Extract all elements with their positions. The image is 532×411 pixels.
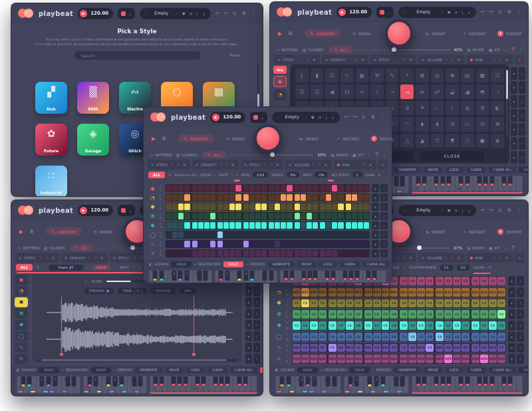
piano-key-black[interactable] xyxy=(153,376,158,386)
sound-icon-cell[interactable]: ▤ xyxy=(461,68,474,82)
save-icon[interactable]: ⇣ xyxy=(467,208,471,213)
piano-key-black[interactable] xyxy=(286,376,291,386)
sound-icon-cell[interactable]: ⊘ xyxy=(446,117,459,131)
record-icon[interactable]: ◎ xyxy=(498,207,502,213)
mute-button[interactable]: ◉ xyxy=(508,321,515,331)
remixes-section-label[interactable]: ⌕ REMIXES xyxy=(246,262,265,267)
clear-scale-button[interactable]: CLEAR xyxy=(473,265,484,269)
pitch-cell[interactable]: C3 xyxy=(390,321,398,330)
main-generate-button[interactable] xyxy=(385,19,413,47)
pitch-cell[interactable]: C3 xyxy=(453,277,461,285)
step-cell[interactable] xyxy=(269,241,274,247)
pitch-cell[interactable]: D#1 xyxy=(346,288,354,297)
pitch-cell[interactable]: C3 xyxy=(337,310,345,319)
mute-button[interactable]: ◉ xyxy=(372,240,379,248)
step-cell[interactable] xyxy=(204,250,209,257)
piano-key-black[interactable] xyxy=(489,176,494,186)
solo-button[interactable]: ∥ xyxy=(517,287,524,297)
piano-key-black[interactable]: 7 xyxy=(53,376,57,386)
pitch-cell[interactable]: G#2 xyxy=(337,354,345,363)
step-cell[interactable] xyxy=(223,222,229,229)
sound-icon-cell[interactable]: ◓ xyxy=(476,84,489,98)
step-cell[interactable] xyxy=(346,241,351,247)
piano-key-black[interactable] xyxy=(132,376,136,386)
save-icon[interactable]: ⇣ xyxy=(467,10,471,15)
step-cell[interactable] xyxy=(332,250,337,257)
step-cell[interactable] xyxy=(223,250,229,257)
pitch-cell[interactable]: G2 xyxy=(390,344,398,352)
mute-button[interactable]: ◉ xyxy=(508,299,515,309)
sound-icon-cell[interactable]: ✎ xyxy=(386,68,399,82)
step-cell[interactable] xyxy=(281,231,286,238)
piano-key-black[interactable] xyxy=(307,271,312,280)
pitch-cell[interactable]: C3 xyxy=(489,310,497,319)
piano-key-black[interactable] xyxy=(459,376,464,386)
pitch-cell[interactable]: C3 xyxy=(310,299,318,308)
sound-icon-cell[interactable]: ◗ xyxy=(416,117,429,131)
pitch-cell[interactable]: C3 xyxy=(471,299,479,308)
pitch-cell[interactable]: C3 xyxy=(390,333,398,341)
pitch-cell[interactable]: C3 xyxy=(444,299,452,308)
piano-key-black[interactable] xyxy=(250,271,255,281)
pitch-cell[interactable]: C3 xyxy=(471,310,479,319)
step-cell[interactable] xyxy=(243,231,249,238)
sounds-section-label[interactable]: ◧ SOUNDS xyxy=(275,368,295,372)
piano-key-black[interactable] xyxy=(348,376,352,386)
piano-key-black[interactable] xyxy=(477,376,482,386)
step-cell[interactable] xyxy=(307,231,312,238)
generate-button[interactable]: GENERATE xyxy=(394,367,420,373)
hold-remixes-button[interactable]: HOLD xyxy=(519,167,529,173)
track-icon[interactable]: ∿ xyxy=(148,240,158,248)
glide-icon[interactable]: ∿ xyxy=(515,55,524,65)
solo-button[interactable]: ∥ xyxy=(253,331,260,341)
pitch-cell[interactable]: G3 xyxy=(408,344,416,352)
next-preset-icon[interactable]: › xyxy=(442,10,443,15)
sequencers-section-label[interactable]: ⌁ SEQUENCERS xyxy=(194,262,221,266)
pitch-cell[interactable]: C3 xyxy=(497,310,505,319)
knob-panel-steps[interactable]: STEPS✎ ⟳ ● xyxy=(15,253,59,263)
step-cell[interactable] xyxy=(326,204,331,210)
knob-panel-volume[interactable]: VOLUME✎ ⟳ ● xyxy=(285,160,331,170)
mute-button[interactable]: ◉ xyxy=(508,309,515,319)
cycle-icon[interactable]: ⟲ xyxy=(378,173,380,177)
instant-button[interactable]: ⚡ INSTANT xyxy=(457,227,491,235)
step-cell[interactable] xyxy=(346,231,351,238)
piano-key-black[interactable]: 4 xyxy=(112,376,117,386)
piano-key-black[interactable] xyxy=(416,176,420,186)
pitch-cell[interactable]: D#1 xyxy=(471,288,479,297)
step-cell[interactable] xyxy=(364,250,369,257)
step-cell[interactable] xyxy=(352,185,357,192)
piano-key-black[interactable] xyxy=(342,271,347,280)
step-cell[interactable] xyxy=(320,185,325,192)
step-cell[interactable] xyxy=(313,194,318,201)
random-button[interactable]: ✎ RANDOM xyxy=(305,29,340,37)
all-tab[interactable]: ALL xyxy=(16,264,33,271)
step-cell[interactable] xyxy=(287,241,292,247)
step-cell[interactable] xyxy=(192,222,198,229)
favorite-icon[interactable]: ♥ xyxy=(311,115,314,120)
pitch-cell[interactable]: C3 xyxy=(471,333,479,341)
pitch-cell[interactable]: C3 xyxy=(354,333,362,341)
step-cell[interactable] xyxy=(255,222,261,229)
pitch-cell[interactable]: C3 xyxy=(480,299,488,308)
mute-button[interactable]: ◉ xyxy=(245,331,252,341)
sound-icon-cell[interactable]: ▮ xyxy=(311,68,324,82)
solo-button[interactable]: SOLO xyxy=(92,265,110,271)
infinity-control[interactable]: ∞1 xyxy=(511,47,515,53)
mute-button[interactable]: ◉ xyxy=(372,221,379,229)
step-cell[interactable] xyxy=(281,250,286,257)
piano-key-black[interactable] xyxy=(368,376,372,386)
step-cell[interactable] xyxy=(358,241,363,247)
pitch-cell[interactable]: C3 xyxy=(390,310,398,319)
solo-button[interactable]: ∥ xyxy=(380,231,388,239)
kit-button[interactable]: ▦KIT xyxy=(489,48,500,52)
piano-key-black[interactable] xyxy=(269,271,273,281)
sound-icon-cell[interactable]: ◠ xyxy=(400,117,414,131)
waveform-display[interactable] xyxy=(47,297,233,355)
pitch-cell[interactable]: C3 xyxy=(346,299,354,308)
step-cell[interactable] xyxy=(249,194,255,201)
pitch-cell[interactable]: C3 xyxy=(417,310,425,319)
step-cell[interactable] xyxy=(178,213,184,219)
pitch-cell[interactable]: C3 xyxy=(337,299,345,308)
step-cell[interactable] xyxy=(192,241,198,247)
